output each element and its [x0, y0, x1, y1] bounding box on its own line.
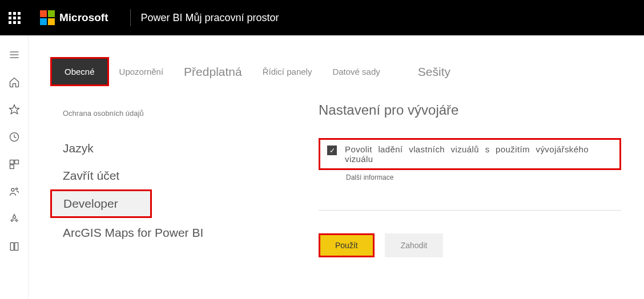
svg-rect-6 [14, 160, 18, 164]
microsoft-logo-icon [40, 10, 55, 25]
tab-datasets[interactable]: Datové sady [322, 60, 390, 83]
apps-icon[interactable] [0, 151, 29, 178]
setting-item-language[interactable]: Jazyk [50, 135, 307, 162]
tab-workbooks[interactable]: Sešity [408, 59, 461, 84]
page-title: Power BI Můj pracovní prostor [141, 12, 279, 24]
svg-point-8 [11, 188, 14, 191]
setting-item-developer[interactable]: Developer [50, 189, 152, 218]
global-header: Microsoft Power BI Můj pracovní prostor [0, 0, 644, 35]
developer-heading: Nastavení pro vývojáře [319, 102, 621, 118]
developer-settings-panel: Nastavení pro vývojáře ✓ Povolit ladění … [307, 109, 644, 257]
action-buttons: Použít Zahodit [319, 233, 621, 257]
enable-debug-visuals-checkbox[interactable]: ✓ [327, 146, 337, 155]
checkmark-icon: ✓ [329, 147, 335, 155]
app-launcher-icon[interactable] [0, 0, 29, 35]
microsoft-brand-text: Microsoft [59, 11, 108, 24]
settings-tabs: Obecné Upozornění Předplatná Řídicí pane… [50, 57, 644, 86]
recent-icon[interactable] [0, 123, 29, 151]
setting-item-privacy[interactable]: Ochrana osobních údajů [63, 109, 307, 118]
home-icon[interactable] [0, 68, 29, 96]
setting-item-arcgis[interactable]: ArcGIS Maps for Power BI [50, 218, 307, 247]
setting-item-close-account[interactable]: Zavřít účet [50, 162, 307, 189]
deployment-icon[interactable] [0, 205, 29, 233]
left-sidenav [0, 35, 29, 299]
tab-general[interactable]: Obecné [50, 57, 109, 86]
enable-debug-visuals-checkbox-row[interactable]: ✓ Povolit ladění vlastních vizuálů s pou… [319, 138, 621, 170]
microsoft-logo[interactable]: Microsoft [40, 10, 108, 25]
main-content: Obecné Upozornění Předplatná Řídicí pane… [29, 35, 644, 299]
enable-debug-visuals-label: Povolit ladění vlastních vizuálů s použi… [345, 144, 613, 164]
learn-icon[interactable] [0, 233, 29, 260]
header-divider [130, 9, 131, 26]
tab-alerts[interactable]: Upozornění [109, 60, 174, 83]
svg-rect-5 [10, 160, 14, 164]
apply-button[interactable]: Použít [319, 233, 375, 257]
svg-point-9 [15, 188, 17, 189]
svg-marker-3 [9, 105, 19, 114]
svg-rect-7 [10, 165, 14, 169]
more-info-link[interactable]: Další informace [346, 173, 621, 181]
discard-button[interactable]: Zahodit [385, 233, 444, 257]
hamburger-icon[interactable] [0, 41, 29, 68]
tab-dashboards[interactable]: Řídicí panely [252, 60, 323, 83]
separator [319, 210, 621, 211]
settings-list: Ochrana osobních údajů Jazyk Zavřít účet… [50, 109, 307, 257]
favorites-icon[interactable] [0, 96, 29, 123]
shared-icon[interactable] [0, 178, 29, 205]
tab-subscriptions[interactable]: Předplatná [174, 59, 252, 84]
